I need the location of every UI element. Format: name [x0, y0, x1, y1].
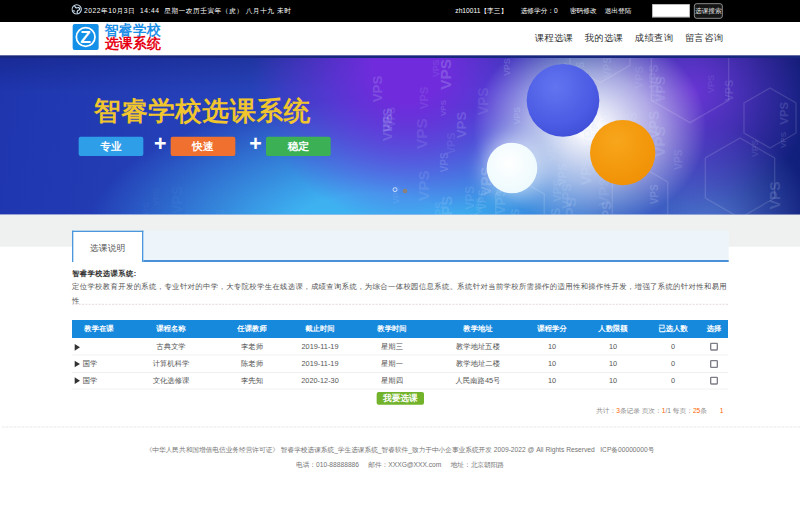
svg-text:Z: Z [80, 27, 91, 47]
